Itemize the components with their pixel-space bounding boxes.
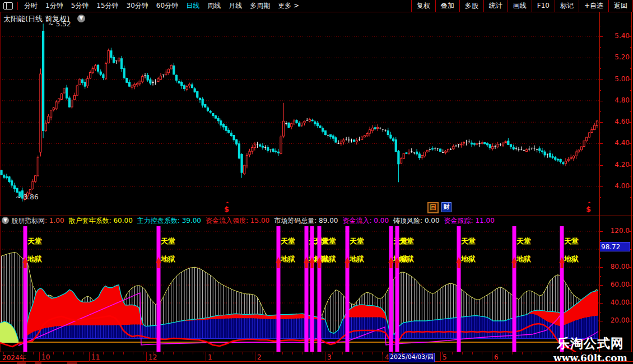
watermark-text: 乐淘公式网 — [553, 335, 627, 352]
signal-bar — [395, 226, 399, 352]
menu-item[interactable]: 30分钟 — [127, 1, 148, 11]
date-label: 10 — [41, 353, 50, 361]
candles-layer — [1, 24, 598, 202]
menu-item[interactable]: 月线 — [229, 1, 242, 11]
menu-item[interactable]: 分时 — [24, 1, 38, 11]
price-tick-label: 4.80 — [602, 96, 630, 104]
signal-bar — [457, 226, 461, 352]
minor-tick — [402, 352, 403, 354]
minor-tick — [502, 352, 502, 354]
minor-tick — [273, 352, 273, 354]
indicator-tick-label: 40.00 — [602, 298, 630, 306]
hui-qr-icon[interactable]: 回 — [427, 202, 439, 213]
minor-tick — [123, 352, 124, 354]
month-separator — [89, 352, 90, 362]
date-axis[interactable]: 2025/04/03/四 2024年101112123456 — [0, 352, 633, 362]
toolbar-buttons: 复权叠加多股统计画线F10标记+自选返回 — [411, 0, 633, 12]
hell-label: 地狱 — [516, 255, 531, 263]
minor-tick — [73, 352, 74, 354]
toolbar-button[interactable]: 返回 — [608, 0, 633, 12]
toolbar-button[interactable]: 多股 — [459, 0, 483, 12]
toolbar-button[interactable]: 标记 — [555, 0, 579, 12]
signal-bar — [513, 226, 516, 352]
cai-finance-icon[interactable]: 财 — [441, 202, 452, 212]
toolbar-button[interactable]: 画线 — [508, 0, 532, 12]
minor-tick — [432, 352, 432, 354]
toolbar-button[interactable]: 统计 — [483, 0, 508, 12]
minor-tick — [213, 352, 213, 354]
minor-tick — [323, 352, 323, 354]
hell-label: 地狱 — [280, 255, 295, 263]
month-separator — [206, 352, 206, 362]
indicator-panel[interactable]: 天堂地狱天堂地狱天堂地狱天堂地狱天堂地狱天堂地狱天堂地狱天堂地狱天堂地狱天堂地狱… — [0, 221, 599, 352]
toolbar-button[interactable]: 复权 — [411, 0, 435, 12]
signal-bar — [389, 226, 393, 352]
hell-label: 地狱 — [460, 255, 476, 263]
date-label: 12 — [148, 353, 157, 361]
menu-item[interactable]: 1分钟 — [45, 1, 63, 11]
crosshair-date: 2025/04/03/四 — [389, 353, 435, 362]
minor-tick — [183, 352, 183, 354]
minor-tick — [412, 352, 413, 354]
main-candlestick-chart[interactable] — [0, 12, 599, 216]
menu-item[interactable]: 周线 — [207, 1, 221, 11]
minor-tick — [232, 352, 233, 354]
menu-item[interactable]: 多周期 — [250, 1, 270, 11]
minor-tick — [313, 352, 313, 354]
minor-tick — [24, 352, 24, 354]
minor-tick — [452, 352, 453, 354]
indicator-tick-label: 120.0 — [602, 227, 630, 235]
date-label: 5 — [443, 353, 447, 361]
price-tick-label: 4.20 — [602, 161, 630, 169]
hell-label: 地狱 — [160, 255, 175, 263]
signal-bar — [346, 226, 350, 352]
menu-item[interactable]: 60分钟 — [156, 1, 178, 11]
minor-tick — [113, 352, 114, 354]
toolbar-button[interactable]: 叠加 — [435, 0, 459, 12]
month-separator — [146, 352, 147, 362]
watermark: 乐淘公式网 www.60lt.com — [553, 335, 627, 363]
date-label: 2 — [257, 353, 262, 361]
minor-tick — [302, 352, 303, 354]
month-separator — [383, 352, 383, 362]
date-label: 3 — [327, 353, 332, 361]
minor-tick — [103, 352, 104, 354]
menu-item[interactable]: 5分钟 — [71, 1, 89, 11]
date-label: 4 — [385, 353, 389, 361]
toolbar-divider — [17, 2, 18, 10]
dollar-marker-icon[interactable]: $ — [224, 205, 229, 213]
signal-bar — [157, 226, 161, 352]
hell-label: 地狱 — [321, 255, 336, 263]
period-menu: 分时1分钟5分钟15分钟30分钟60分钟日线周线月线多周期更多 > — [20, 1, 303, 11]
axis-border — [599, 12, 600, 362]
heaven-label: 天堂 — [160, 237, 175, 245]
menu-item[interactable]: 更多 > — [278, 1, 299, 11]
dollar-marker-icon[interactable]: $ — [586, 205, 591, 213]
hell-label: 地狱 — [399, 255, 414, 263]
heaven-label: 天堂 — [349, 237, 364, 245]
minor-tick — [552, 352, 552, 354]
chevron-down-icon[interactable]: ▼ — [77, 15, 85, 22]
price-tick-label: 5.20 — [602, 53, 630, 61]
minor-tick — [153, 352, 153, 354]
minor-tick — [422, 352, 423, 354]
minor-tick — [173, 352, 174, 354]
date-label: 2024年 — [2, 353, 26, 363]
minor-tick — [263, 352, 263, 354]
minor-tick — [382, 352, 383, 354]
minor-tick — [193, 352, 193, 354]
minor-tick — [3, 352, 4, 354]
minor-tick — [282, 352, 283, 354]
layout-split-icon[interactable] — [3, 2, 13, 10]
toolbar-button[interactable]: +自选 — [579, 0, 608, 12]
menu-item[interactable]: 日线 — [186, 1, 199, 11]
hell-label: 地狱 — [564, 255, 579, 263]
signal-bar — [310, 226, 314, 352]
minor-tick — [462, 352, 463, 354]
indicator-current-value: 98.72 — [599, 242, 630, 251]
signal-bar — [560, 226, 564, 352]
toolbar-button[interactable]: F10 — [532, 0, 555, 12]
indicator-tick-label: 80.00 — [602, 263, 630, 270]
menu-item[interactable]: 15分钟 — [96, 1, 118, 11]
minor-tick — [352, 352, 353, 354]
